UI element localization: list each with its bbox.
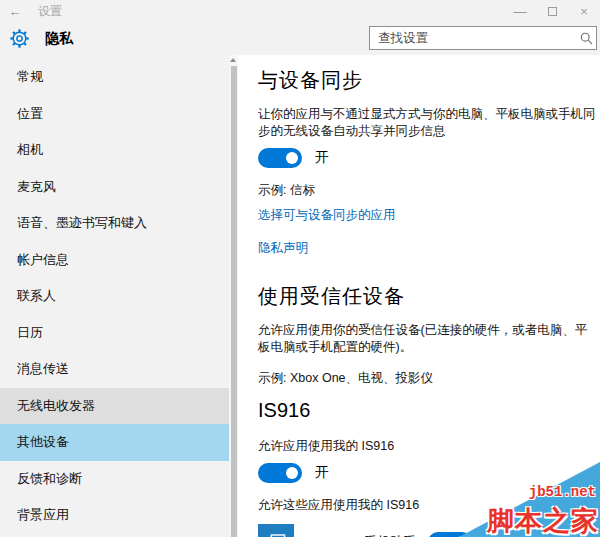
app-row-phone-companion: Microsoft 手机助手 开: [258, 524, 600, 537]
body: 常规 位置 相机 麦克风 语音、墨迹书写和键入 帐户信息 联系人 日历 消息传送…: [0, 55, 600, 537]
sidebar-item-contacts[interactable]: 联系人: [0, 278, 229, 315]
sidebar: 常规 位置 相机 麦克风 语音、墨迹书写和键入 帐户信息 联系人 日历 消息传送…: [0, 55, 229, 537]
sidebar-item-radios[interactable]: 无线电收发器: [0, 388, 229, 425]
sidebar-item-calendar[interactable]: 日历: [0, 315, 229, 352]
sidebar-item-messaging[interactable]: 消息传送: [0, 351, 229, 388]
search-icon: [576, 32, 596, 45]
maximize-button[interactable]: [536, 0, 568, 22]
sidebar-item-feedback-diagnostics[interactable]: 反馈和诊断: [0, 461, 229, 498]
sync-toggle[interactable]: [258, 148, 302, 168]
back-arrow-icon[interactable]: ←: [0, 4, 30, 19]
app-name: Microsoft 手机助手: [308, 533, 416, 537]
scrollbar-up-arrow-icon[interactable]: [230, 58, 236, 62]
phone-companion-icon: [258, 524, 294, 537]
search-input[interactable]: [370, 31, 576, 45]
section-title-sync-with-devices: 与设备同步: [258, 67, 600, 94]
search-box[interactable]: [369, 26, 597, 50]
section-title-trusted-devices: 使用受信任设备: [258, 283, 600, 310]
window-title: 设置: [38, 3, 62, 20]
titlebar: ← 设置 — ×: [0, 0, 600, 22]
sidebar-item-other-devices[interactable]: 其他设备: [0, 424, 229, 461]
scrollbar[interactable]: [229, 55, 238, 537]
window-controls: — ×: [504, 0, 600, 22]
sidebar-item-account-info[interactable]: 帐户信息: [0, 242, 229, 279]
toggle-knob: [286, 152, 298, 164]
choose-sync-apps-link[interactable]: 选择可与设备同步的应用: [258, 207, 396, 224]
page-header: 隐私: [0, 22, 600, 55]
main-content: 与设备同步 让你的应用与不通过显式方式与你的电脑、平板电脑或手机同步的无线设备自…: [238, 55, 600, 537]
minimize-button[interactable]: —: [504, 0, 536, 22]
maximize-icon: [548, 7, 557, 16]
trusted-example-text: 示例: Xbox One、电视、投影仪: [258, 370, 600, 387]
scrollbar-thumb[interactable]: [231, 66, 237, 537]
sync-description: 让你的应用与不通过显式方式与你的电脑、平板电脑或手机同步的无线设备自动共享并同步…: [258, 106, 596, 140]
page-title: 隐私: [45, 30, 73, 48]
settings-gear-icon: [9, 28, 30, 49]
device-title-is916: IS916: [258, 399, 600, 422]
sidebar-item-general[interactable]: 常规: [0, 59, 229, 96]
phone-companion-toggle[interactable]: [428, 532, 472, 537]
toggle-knob: [286, 467, 298, 479]
sidebar-item-microphone[interactable]: 麦克风: [0, 169, 229, 206]
close-button[interactable]: ×: [568, 0, 600, 22]
trusted-description: 允许应用使用你的受信任设备(已连接的硬件，或者电脑、平板电脑或手机配置的硬件)。: [258, 322, 596, 356]
sidebar-item-speech-inking-typing[interactable]: 语音、墨迹书写和键入: [0, 205, 229, 242]
allow-apps-use-is916-label: 允许应用使用我的 IS916: [258, 438, 600, 455]
is916-toggle[interactable]: [258, 463, 302, 483]
privacy-statement-link[interactable]: 隐私声明: [258, 240, 308, 257]
sync-toggle-state-label: 开: [315, 149, 329, 167]
sidebar-item-camera[interactable]: 相机: [0, 132, 229, 169]
sidebar-item-location[interactable]: 位置: [0, 96, 229, 133]
sync-example-text: 示例: 信标: [258, 182, 600, 199]
sidebar-item-background-apps[interactable]: 背景应用: [0, 497, 229, 534]
phone-companion-toggle-state-label: 开: [485, 533, 499, 537]
is916-toggle-state-label: 开: [315, 464, 329, 482]
allow-these-apps-label: 允许这些应用使用我的 IS916: [258, 497, 600, 514]
